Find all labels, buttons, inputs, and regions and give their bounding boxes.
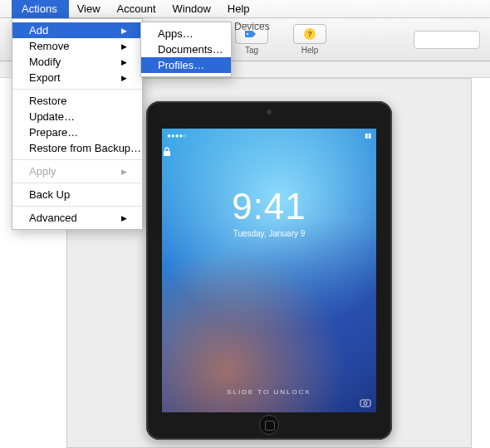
search-field[interactable]: [414, 31, 480, 49]
menu-item-remove[interactable]: Remove▶: [12, 38, 142, 54]
svg-rect-4: [164, 151, 170, 156]
toolbar-help-button[interactable]: ? Help: [293, 24, 326, 55]
menubar-item-view[interactable]: View: [69, 0, 109, 18]
ipad-camera-icon: [267, 110, 272, 114]
menu-item-export[interactable]: Export▶: [12, 70, 142, 85]
submenu-item-apps[interactable]: Apps…: [141, 26, 231, 41]
menubar-item-actions[interactable]: Actions: [12, 0, 69, 18]
chevron-right-icon: ▶: [121, 214, 127, 222]
camera-shortcut-icon: [360, 398, 371, 407]
menu-item-prepare[interactable]: Prepare…: [12, 124, 142, 140]
device-ipad: ●●●●○ ▮▮ 9:41 Tuesday, January 9 SLIDE T…: [146, 101, 392, 440]
signal-icon: ●●●●○: [167, 132, 187, 139]
svg-point-6: [364, 402, 367, 405]
svg-text:?: ?: [307, 30, 312, 38]
device-screen: ●●●●○ ▮▮ 9:41 Tuesday, January 9 SLIDE T…: [162, 129, 376, 412]
actions-menu: Add▶ Remove▶ Modify▶ Export▶ Restore Upd…: [12, 18, 143, 230]
svg-rect-5: [360, 400, 370, 407]
menu-item-apply: Apply▶: [12, 163, 142, 179]
menubar: Actions View Account Window Help: [0, 0, 490, 18]
menu-item-modify[interactable]: Modify▶: [12, 54, 142, 70]
submenu-item-profiles[interactable]: Profiles…: [141, 57, 231, 73]
status-bar: ●●●●○ ▮▮: [162, 129, 376, 139]
menu-item-backup[interactable]: Back Up: [12, 187, 142, 202]
menu-separator: [12, 183, 142, 183]
menu-separator: [12, 159, 142, 160]
battery-icon: ▮▮: [365, 132, 371, 139]
chevron-right-icon: ▶: [121, 168, 127, 176]
menu-item-restore-backup[interactable]: Restore from Backup…: [12, 140, 142, 156]
lock-date: Tuesday, January 9: [162, 229, 376, 238]
chevron-right-icon: ▶: [121, 58, 127, 66]
submenu-item-documents[interactable]: Documents…: [141, 41, 231, 57]
add-submenu: Apps… Documents… Profiles…: [140, 22, 232, 77]
menubar-item-window[interactable]: Window: [164, 0, 219, 18]
lock-icon: [162, 146, 376, 158]
menubar-item-help[interactable]: Help: [219, 0, 258, 18]
menu-separator: [12, 206, 142, 207]
svg-point-1: [247, 33, 248, 35]
chevron-right-icon: ▶: [121, 27, 127, 35]
help-icon: ?: [303, 27, 316, 41]
menu-item-advanced[interactable]: Advanced▶: [12, 210, 142, 226]
toolbar-help-label: Help: [301, 46, 319, 55]
menubar-item-account[interactable]: Account: [109, 0, 164, 18]
home-button-icon: [259, 415, 279, 435]
chevron-right-icon: ▶: [121, 74, 127, 82]
menu-item-restore[interactable]: Restore: [12, 93, 142, 109]
menu-separator: [12, 89, 142, 90]
toolbar-tag-label: Tag: [245, 46, 258, 55]
menu-item-add[interactable]: Add▶: [12, 22, 142, 38]
menu-item-update[interactable]: Update…: [12, 109, 142, 124]
lock-time: 9:41: [162, 186, 376, 227]
chevron-right-icon: ▶: [121, 42, 127, 51]
slide-to-unlock: SLIDE TO UNLOCK: [162, 388, 376, 396]
